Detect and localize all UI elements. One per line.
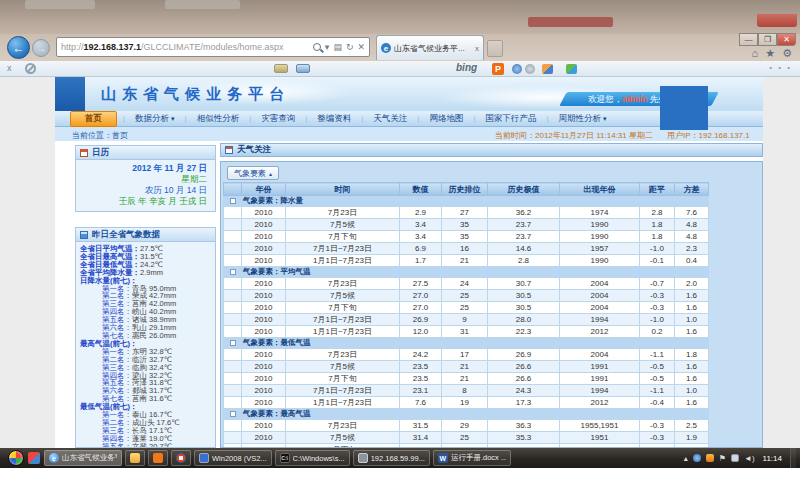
search-icon[interactable]: [313, 43, 321, 51]
column-header-4[interactable]: 历史极值: [488, 183, 560, 196]
taskbar-button-运行手册.docx ...[interactable]: W运行手册.docx ...: [433, 450, 511, 466]
taskbar-clock[interactable]: 11:14: [763, 454, 782, 463]
card-icon[interactable]: [274, 64, 288, 73]
nav-item-5[interactable]: 天气关注: [363, 113, 417, 125]
nav-item-2[interactable]: 相似性分析: [187, 113, 250, 125]
rank-value[interactable]: 莒南 31.6℃: [132, 394, 172, 403]
maximize-button[interactable]: ❐: [758, 33, 777, 46]
taskbar-button-192.168.59.99...[interactable]: 192.168.59.99...: [353, 450, 430, 466]
quick-launch-icon[interactable]: [28, 452, 40, 464]
table-row[interactable]: 20107月23日24.21726.92004-1.11.8: [224, 349, 709, 361]
tab-close-icon[interactable]: x: [475, 44, 479, 53]
expander-icon[interactable]: [230, 340, 236, 346]
browser-tab[interactable]: e 山东省气候业务平... x: [376, 35, 484, 60]
new-tab-button[interactable]: [487, 40, 503, 57]
expander-icon[interactable]: [230, 411, 236, 417]
group-expander-cell[interactable]: [224, 196, 242, 207]
favorites-star-icon[interactable]: ★: [765, 47, 775, 60]
minimize-button[interactable]: —: [739, 33, 758, 46]
tray-network-icon[interactable]: [693, 454, 701, 462]
compatibility-icon[interactable]: ▤: [333, 42, 342, 52]
mail-icon[interactable]: [296, 64, 310, 73]
table-row[interactable]: 20101月1日~7月23日12.03122.320120.21.6: [224, 326, 709, 338]
toolbar-plugin-icon[interactable]: [542, 64, 553, 74]
refresh-icon[interactable]: ↻: [346, 42, 354, 52]
column-header-5[interactable]: 出现年份: [560, 183, 640, 196]
table-row[interactable]: 20107月23日31.52936.31955,1951-0.32.5: [224, 420, 709, 432]
table-row[interactable]: 20107月下旬27.02530.52004-0.31.6: [224, 302, 709, 314]
expander-icon[interactable]: [230, 198, 236, 204]
search-dropdown-icon[interactable]: ▾: [325, 42, 330, 52]
table-row[interactable]: 20107月下旬23.52126.61991-0.51.6: [224, 373, 709, 385]
table-row[interactable]: 20107月5候27.02530.52004-0.31.6: [224, 290, 709, 302]
element-filter-button[interactable]: 气象要素 ▴: [227, 166, 279, 180]
table-row[interactable]: 20107月5候31.42535.31951-0.31.9: [224, 432, 709, 444]
group-expander-cell[interactable]: [224, 409, 242, 420]
home-icon[interactable]: ⌂: [752, 47, 759, 60]
group-row-0[interactable]: 气象要素：降水量: [224, 196, 709, 207]
taskbar-button-orange-app[interactable]: [148, 450, 168, 466]
group-expander-cell[interactable]: [224, 267, 242, 278]
cell-数值: 27.5: [400, 278, 442, 290]
column-header-6[interactable]: 距平: [640, 183, 675, 196]
column-header-2[interactable]: 数值: [400, 183, 442, 196]
taskbar-button-Win2008 (VS2...[interactable]: Win2008 (VS2...: [194, 450, 272, 466]
cell-出现年份: 1974: [560, 207, 640, 219]
cell-历史排位: 16: [442, 243, 488, 255]
settings-gear-icon[interactable]: ⚙: [782, 47, 792, 60]
address-bar[interactable]: http://192.168.137.1/GLCCLIMATE/modules/…: [56, 37, 370, 57]
nav-item-8[interactable]: 周期性分析 ▾: [549, 113, 617, 125]
table-row[interactable]: 20107月1日~7月23日6.91614.61957-1.02.3: [224, 243, 709, 255]
tray-display-icon[interactable]: [731, 454, 739, 462]
table-row[interactable]: 20107月下旬3.43523.719901.84.8: [224, 231, 709, 243]
stop-icon[interactable]: ✕: [357, 42, 365, 52]
overflow-dots-icon[interactable]: • • •: [769, 63, 792, 72]
table-row[interactable]: 20101月1日~7月23日7.61917.32012-0.41.6: [224, 397, 709, 409]
taskbar-button-C:\Windows\s...[interactable]: C:\C:\Windows\s...: [275, 450, 350, 466]
cell-年份: 2010: [242, 207, 286, 219]
tray-security-icon[interactable]: [706, 454, 714, 462]
volume-icon[interactable]: ◄): [744, 454, 755, 463]
nav-item-0[interactable]: 首页: [70, 111, 117, 127]
nav-item-7[interactable]: 国家下行产品: [476, 113, 547, 125]
group-row-1[interactable]: 气象要素：平均气温: [224, 267, 709, 278]
tray-expand-icon[interactable]: ▴: [684, 454, 688, 463]
show-desktop-button[interactable]: [790, 448, 796, 468]
group-row-3[interactable]: 气象要素：最高气温: [224, 409, 709, 420]
forward-button[interactable]: →: [32, 39, 50, 57]
action-center-flag-icon[interactable]: ⚑: [719, 454, 726, 463]
table-row[interactable]: 20107月23日27.52430.72004-0.72.0: [224, 278, 709, 290]
toolbar-plugin-icon[interactable]: [512, 64, 522, 74]
column-header-1[interactable]: 时间: [286, 183, 400, 196]
expander-icon[interactable]: [230, 269, 236, 275]
table-row[interactable]: 20107月1日~7月23日26.9928.01994-1.01.0: [224, 314, 709, 326]
close-button[interactable]: ✕: [777, 33, 796, 46]
group-row-2[interactable]: 气象要素：最低气温: [224, 338, 709, 349]
nav-item-1[interactable]: 数据分析 ▾: [125, 113, 184, 125]
rank-value[interactable]: 惠民 26.0mm: [132, 331, 176, 340]
toolbar-plugin-icon[interactable]: [525, 64, 535, 74]
cell-距平: -0.3: [640, 420, 675, 432]
column-header-3[interactable]: 历史排位: [442, 183, 488, 196]
table-row[interactable]: 20107月5候3.43523.719901.84.8: [224, 219, 709, 231]
bing-logo[interactable]: bing: [456, 62, 477, 73]
calendar-title: 日历: [92, 147, 109, 159]
column-header-7[interactable]: 方差: [675, 183, 709, 196]
toolbar-plugin-icon[interactable]: [566, 64, 577, 74]
back-button[interactable]: ←: [7, 36, 30, 59]
column-header-0[interactable]: 年份: [242, 183, 286, 196]
taskbar-button-media[interactable]: [171, 450, 191, 466]
taskbar-button-folder[interactable]: [125, 450, 145, 466]
start-button[interactable]: [8, 450, 24, 466]
taskbar-button-山东省气候业务平...[interactable]: e山东省气候业务平...: [44, 450, 122, 466]
nav-item-6[interactable]: 网络地图: [419, 113, 473, 125]
group-expander-cell[interactable]: [224, 338, 242, 349]
close-x-icon[interactable]: x: [7, 63, 12, 73]
p-plugin-icon[interactable]: P: [492, 63, 504, 75]
nav-item-3[interactable]: 灾害查询: [251, 113, 305, 125]
nav-item-4[interactable]: 整编资料: [307, 113, 361, 125]
table-row[interactable]: 20107月5候23.52126.61991-0.51.6: [224, 361, 709, 373]
table-row[interactable]: 20107月23日2.92736.219742.87.6: [224, 207, 709, 219]
table-row[interactable]: 20101月1日~7月23日1.7212.81990-0.10.4: [224, 255, 709, 267]
table-row[interactable]: 20107月1日~7月23日23.1824.31994-1.11.0: [224, 385, 709, 397]
